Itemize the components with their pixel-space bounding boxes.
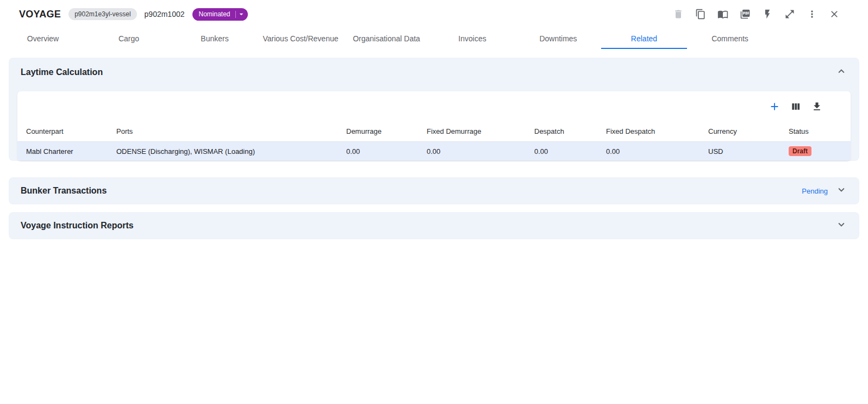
logbook-button[interactable] xyxy=(716,8,729,21)
lightning-icon xyxy=(762,9,773,20)
laytime-table-toolbar xyxy=(17,91,851,121)
column-header-fixed-demurrage[interactable]: Fixed Demurrage xyxy=(427,121,534,142)
cell-ports: ODENSE (Discharging), WISMAR (Loading) xyxy=(116,142,346,161)
plus-icon xyxy=(769,101,780,113)
actions-button[interactable] xyxy=(761,8,774,21)
cell-fixed-demurrage: 0.00 xyxy=(427,142,534,161)
draft-status-badge: Draft xyxy=(789,146,811,156)
bunker-transactions-section: Bunker Transactions Pending xyxy=(9,177,859,204)
chevron-down-icon xyxy=(835,184,847,198)
bunker-transactions-title: Bunker Transactions xyxy=(21,186,107,196)
expand-icon xyxy=(784,9,795,20)
book-icon xyxy=(717,9,728,20)
more-menu-button[interactable] xyxy=(805,8,819,21)
columns-button[interactable] xyxy=(789,100,802,113)
laytime-calculation-section: Laytime Calculation xyxy=(9,58,859,161)
status-badge-dropdown[interactable]: Nominated xyxy=(192,8,248,21)
content-area: Laytime Calculation xyxy=(0,49,868,256)
copy-button[interactable] xyxy=(694,8,707,21)
header-toolbar xyxy=(672,8,841,21)
trash-icon xyxy=(673,9,684,20)
copy-icon xyxy=(695,9,706,20)
tab-cargo[interactable]: Cargo xyxy=(86,28,172,49)
tab-organisational-data[interactable]: Organisational Data xyxy=(344,28,429,49)
vessel-chip: p902m1e3yl-vessel xyxy=(68,8,136,20)
close-icon xyxy=(829,9,840,20)
chevron-down-icon xyxy=(236,10,248,18)
voyage-window: VOYAGE p902m1e3yl-vessel p902m1002 Nomin… xyxy=(0,0,868,256)
column-header-demurrage[interactable]: Demurrage xyxy=(346,121,427,142)
laytime-section-header[interactable]: Laytime Calculation xyxy=(9,58,859,79)
pdf-icon xyxy=(740,9,751,20)
laytime-table-card: Counterpart Ports Demurrage Fixed Demurr… xyxy=(17,91,851,161)
column-header-ports[interactable]: Ports xyxy=(116,121,346,142)
add-laytime-button[interactable] xyxy=(768,100,781,113)
delete-button[interactable] xyxy=(672,8,685,21)
laytime-section-title: Laytime Calculation xyxy=(21,67,103,77)
cell-demurrage: 0.00 xyxy=(346,142,427,161)
header-left: VOYAGE p902m1e3yl-vessel p902m1002 Nomin… xyxy=(19,8,248,21)
pending-status-text: Pending xyxy=(802,187,828,195)
chevron-down-icon xyxy=(835,219,847,233)
column-header-fixed-despatch[interactable]: Fixed Despatch xyxy=(606,121,708,142)
cell-counterpart: Mabl Charterer xyxy=(17,142,116,161)
columns-icon xyxy=(790,101,801,112)
column-header-currency[interactable]: Currency xyxy=(708,121,789,142)
tab-bunkers[interactable]: Bunkers xyxy=(172,28,258,49)
tab-related[interactable]: Related xyxy=(601,28,687,49)
voyage-number: p902m1002 xyxy=(145,10,185,18)
table-row[interactable]: Mabl Charterer ODENSE (Discharging), WIS… xyxy=(17,142,851,161)
column-header-counterpart[interactable]: Counterpart xyxy=(17,121,116,142)
voyage-instruction-reports-section: Voyage Instruction Reports xyxy=(9,212,859,239)
column-header-despatch[interactable]: Despatch xyxy=(534,121,606,142)
cell-fixed-despatch: 0.00 xyxy=(606,142,708,161)
tab-downtimes[interactable]: Downtimes xyxy=(515,28,601,49)
table-header-row: Counterpart Ports Demurrage Fixed Demurr… xyxy=(17,121,851,142)
page-title: VOYAGE xyxy=(19,9,61,20)
voyage-instruction-reports-title: Voyage Instruction Reports xyxy=(21,221,134,231)
header-bar: VOYAGE p902m1e3yl-vessel p902m1002 Nomin… xyxy=(0,0,868,28)
tab-bar: Overview Cargo Bunkers Various Cost/Reve… xyxy=(0,28,868,49)
tab-invoices[interactable]: Invoices xyxy=(429,28,515,49)
voyage-instruction-reports-header[interactable]: Voyage Instruction Reports xyxy=(9,212,859,239)
close-button[interactable] xyxy=(828,8,841,21)
cell-currency: USD xyxy=(708,142,789,161)
more-vert-icon xyxy=(807,9,817,20)
cell-despatch: 0.00 xyxy=(534,142,606,161)
voyage-instruction-reports-right xyxy=(835,219,847,233)
bunker-transactions-header[interactable]: Bunker Transactions Pending xyxy=(9,177,859,204)
column-header-status[interactable]: Status xyxy=(789,121,851,142)
chevron-up-icon xyxy=(835,65,847,79)
status-badge-label: Nominated xyxy=(192,8,235,21)
tab-overview[interactable]: Overview xyxy=(0,28,86,49)
download-icon xyxy=(811,101,822,112)
pdf-export-button[interactable] xyxy=(739,8,752,21)
cell-status: Draft xyxy=(789,142,851,161)
laytime-table: Counterpart Ports Demurrage Fixed Demurr… xyxy=(17,121,851,161)
expand-fullscreen-button[interactable] xyxy=(783,8,796,21)
tab-comments[interactable]: Comments xyxy=(687,28,773,49)
bunker-transactions-right: Pending xyxy=(802,184,847,198)
download-button[interactable] xyxy=(810,100,823,113)
tab-various-cost-revenue[interactable]: Various Cost/Revenue xyxy=(258,28,344,49)
